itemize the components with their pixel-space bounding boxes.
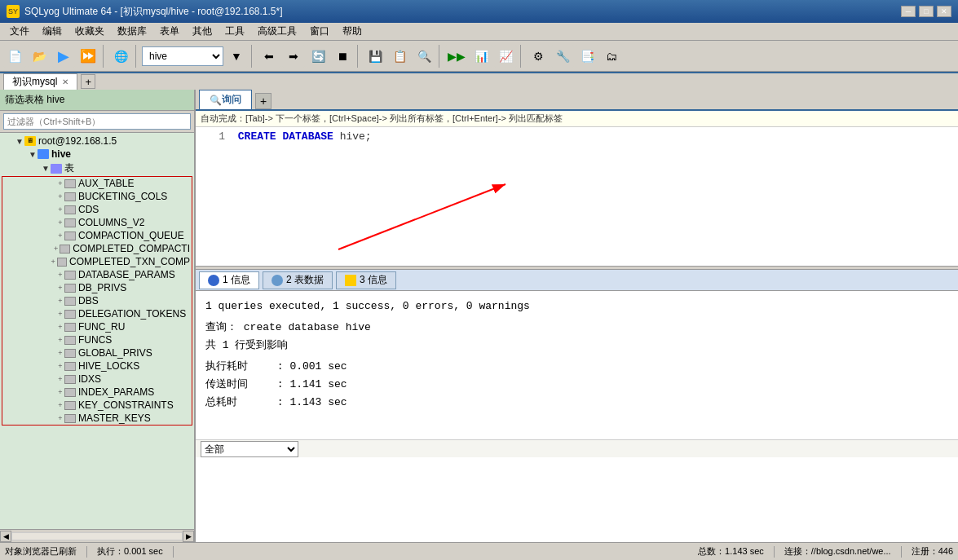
tb-btn6[interactable]: ▼: [225, 45, 248, 68]
table-icon: [57, 258, 67, 267]
tree-table-AUX_TABLE[interactable]: + AUX_TABLE: [2, 177, 192, 190]
result-tab-messages[interactable]: 3 信息: [336, 271, 396, 289]
expand-icon[interactable]: +: [56, 231, 64, 240]
tree-table-COMPACTION_QUEUE[interactable]: + COMPACTION_QUEUE: [2, 229, 192, 242]
tree-table-MASTER_KEYS[interactable]: + MASTER_KEYS: [2, 412, 192, 425]
expand-icon[interactable]: +: [52, 245, 60, 253]
expand-icon[interactable]: +: [56, 362, 64, 370]
tb-btn9[interactable]: 🔄: [307, 45, 329, 68]
menu-item-其他[interactable]: 其他: [186, 23, 219, 40]
minimize-button[interactable]: ─: [901, 6, 916, 17]
menu-item-编辑[interactable]: 编辑: [36, 23, 68, 40]
menu-item-高级工具[interactable]: 高级工具: [251, 23, 303, 40]
tree-table-DBS[interactable]: + DBS: [2, 294, 192, 307]
hscroll-track[interactable]: [11, 532, 183, 540]
tb-btn16[interactable]: 📈: [494, 45, 517, 68]
expand-icon[interactable]: +: [56, 284, 64, 292]
tree-table-DATABASE_PARAMS[interactable]: + DATABASE_PARAMS: [2, 268, 192, 281]
expand-icon[interactable]: +: [56, 271, 64, 279]
close-button[interactable]: ✕: [937, 6, 951, 17]
tb-btn18[interactable]: 🔧: [551, 45, 574, 68]
expand-icon[interactable]: +: [56, 205, 64, 214]
tree-table-COLUMNS_V2[interactable]: + COLUMNS_V2: [2, 216, 192, 229]
expand-icon[interactable]: +: [56, 401, 64, 409]
menu-item-数据库[interactable]: 数据库: [111, 23, 153, 40]
tb-execute-all-btn[interactable]: ⏩: [77, 45, 99, 68]
result-tab-info[interactable]: 1 信息: [199, 271, 259, 289]
tree-table-GLOBAL_PRIVS[interactable]: + GLOBAL_PRIVS: [2, 346, 192, 359]
tree-table-KEY_CONSTRAINTS[interactable]: + KEY_CONSTRAINTS: [2, 399, 192, 412]
maximize-button[interactable]: □: [919, 6, 934, 17]
expand-icon[interactable]: +: [56, 375, 64, 383]
result-filter: 全部: [196, 439, 958, 457]
bottom-tab-add[interactable]: +: [81, 74, 95, 89]
expand-icon[interactable]: +: [56, 179, 64, 187]
menu-item-收藏夹[interactable]: 收藏夹: [68, 23, 111, 40]
expand-icon[interactable]: +: [56, 323, 64, 331]
tb-btn20[interactable]: 🗂: [600, 45, 623, 68]
bottom-tab-close[interactable]: ✕: [62, 77, 68, 86]
tree-db-hive[interactable]: ▼ hive: [0, 148, 194, 161]
tb-btn10[interactable]: ⏹: [331, 45, 354, 68]
tree-root-toggle[interactable]: ▼: [15, 137, 24, 146]
expand-icon[interactable]: +: [56, 297, 64, 305]
db-toggle[interactable]: ▼: [28, 150, 38, 159]
menu-item-表单[interactable]: 表单: [153, 23, 186, 40]
table-icon: [64, 375, 76, 384]
titlebar: SY SQLyog Ultimate 64 - [初识mysql/hive - …: [0, 0, 958, 23]
tb-btn19[interactable]: 📑: [576, 45, 598, 68]
result-line5-label: 传送时间: [205, 376, 271, 394]
left-panel: 筛选表格 hive ▼ 🖥 root@192.168.1.5 ▼: [0, 90, 196, 542]
menu-item-帮助[interactable]: 帮助: [336, 23, 369, 40]
expand-icon[interactable]: +: [56, 218, 64, 227]
bottom-tab-mysql[interactable]: 初识mysql ✕: [3, 73, 77, 90]
tree-table-DB_PRIVS[interactable]: + DB_PRIVS: [2, 281, 192, 294]
tb-btn15[interactable]: 📊: [470, 45, 492, 68]
tree-table-FUNC_RU[interactable]: + FUNC_RU: [2, 320, 192, 333]
result-tab-tabledata[interactable]: 2 表数据: [263, 271, 333, 289]
expand-icon[interactable]: +: [50, 258, 57, 266]
tb-btn7[interactable]: ⬅: [258, 45, 280, 68]
db-select[interactable]: hive: [142, 46, 223, 66]
tg-toggle[interactable]: ▼: [41, 164, 51, 173]
expand-icon[interactable]: +: [56, 414, 64, 422]
tb-open-btn[interactable]: 📂: [28, 45, 51, 68]
tb-execute-btn[interactable]: ▶: [52, 45, 75, 68]
tree-table-DELEGATION_TOKENS[interactable]: + DELEGATION_TOKENS: [2, 307, 192, 320]
tree-table-group[interactable]: ▼ 表: [0, 161, 194, 176]
tree-table-COMPLETED_TXN_COMP[interactable]: + COMPLETED_TXN_COMP: [2, 255, 192, 268]
tb-btn11[interactable]: 💾: [364, 45, 386, 68]
result-tabbar: 1 信息 2 表数据 3 信息: [196, 270, 958, 291]
tree-table-INDEX_PARAMS[interactable]: + INDEX_PARAMS: [2, 386, 192, 399]
expand-icon[interactable]: +: [56, 388, 64, 396]
menu-item-工具[interactable]: 工具: [219, 23, 251, 40]
tree-table-CDS[interactable]: + CDS: [2, 203, 192, 216]
tree-root[interactable]: ▼ 🖥 root@192.168.1.5: [0, 134, 194, 148]
query-tab-main[interactable]: 🔍 询问: [199, 90, 252, 109]
tb-btn13[interactable]: 🔍: [413, 45, 435, 68]
arrow-canvas: [196, 160, 685, 258]
expand-icon[interactable]: +: [56, 310, 64, 318]
tree-table-COMPLETED_COMPACTI[interactable]: + COMPLETED_COMPACTI: [2, 242, 192, 255]
hscroll-left[interactable]: ◀: [0, 531, 11, 542]
expand-icon[interactable]: +: [56, 336, 64, 344]
tb-btn14[interactable]: ▶▶: [445, 45, 468, 68]
menu-item-文件[interactable]: 文件: [3, 23, 36, 40]
expand-icon[interactable]: +: [56, 349, 64, 357]
tree-table-HIVE_LOCKS[interactable]: + HIVE_LOCKS: [2, 359, 192, 373]
tb-btn12[interactable]: 📋: [388, 45, 411, 68]
menu-item-窗口[interactable]: 窗口: [303, 23, 336, 40]
filter-input[interactable]: [3, 113, 191, 130]
tree-table-FUNCS[interactable]: + FUNCS: [2, 333, 192, 346]
tb-btn8[interactable]: ➡: [282, 45, 305, 68]
result-filter-select[interactable]: 全部: [201, 441, 298, 457]
expand-icon[interactable]: +: [56, 192, 64, 201]
query-tab-add[interactable]: +: [255, 93, 272, 109]
tree-table-BUCKETING_COLS[interactable]: + BUCKETING_COLS: [2, 190, 192, 203]
editor-area[interactable]: 1 CREATE DATABASE hive;: [196, 127, 958, 266]
tb-new-btn[interactable]: 📄: [3, 45, 26, 68]
tb-btn5[interactable]: 🌐: [109, 45, 132, 68]
tb-btn17[interactable]: ⚙: [527, 45, 550, 68]
tree-table-IDXS[interactable]: + IDXS: [2, 373, 192, 386]
hscroll-right[interactable]: ▶: [183, 531, 194, 542]
